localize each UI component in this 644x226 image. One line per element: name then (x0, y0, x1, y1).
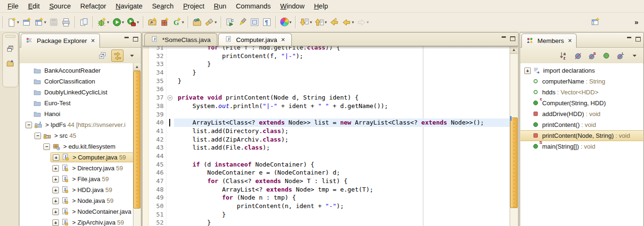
code-line-48[interactable]: ArrayList<? extends Node> tmp = e.get(T)… (174, 185, 510, 194)
open-fastview-icon[interactable] (3, 56, 18, 71)
code-line-50[interactable]: printContent(n, ident + "-"); (174, 202, 510, 210)
expand-icon[interactable]: + (52, 209, 59, 215)
scrollbar-thumb[interactable] (133, 71, 140, 209)
chevron-down-icon[interactable]: ▾ (182, 20, 184, 25)
tree-item-node-java[interactable]: + J > Node.java 59 (20, 195, 133, 206)
tree-item-nodecontainer-java[interactable]: + J > NodeContainer.java 59 (20, 206, 133, 217)
code-line-49[interactable]: for (Node n : tmp) { (174, 193, 510, 202)
close-icon[interactable]: ✕ (91, 38, 95, 44)
collapse-fold-icon[interactable] (167, 95, 173, 100)
minimize-button[interactable] (124, 37, 129, 42)
chevron-down-icon[interactable]: ▾ (289, 20, 292, 25)
tree-item-colorclassification[interactable]: ColorClassification (20, 76, 133, 87)
gwt-compile-icon[interactable]: G▾ (171, 16, 186, 28)
collapse-icon[interactable]: − (34, 133, 41, 139)
menu-run[interactable]: Run (209, 1, 231, 11)
maximize-button[interactable] (510, 36, 515, 41)
scroll-up-arrow[interactable]: ▲ (133, 63, 140, 71)
close-icon[interactable]: ✕ (568, 38, 572, 44)
tree-item-src[interactable]: − > src 45 (20, 130, 133, 141)
minimize-button[interactable] (501, 36, 506, 41)
code-line-33[interactable]: } (174, 60, 510, 68)
run-icon[interactable]: ▾ (111, 16, 126, 28)
expand-icon[interactable]: + (52, 219, 59, 226)
menu-project[interactable]: Project (178, 1, 209, 11)
checkout-project-icon[interactable] (146, 16, 158, 28)
toolbar-overflow-chevron-icon[interactable]: » (635, 18, 637, 26)
collapse-all-button[interactable] (97, 50, 108, 61)
tab-someclass-java[interactable]: J *SomeClass.java (144, 33, 217, 46)
scrollbar-thumb[interactable] (510, 117, 518, 208)
hide-fields-button[interactable] (572, 50, 584, 61)
code-line-39[interactable] (174, 110, 510, 119)
link-with-editor-button[interactable] (111, 50, 124, 62)
new-window-icon[interactable] (21, 16, 33, 28)
run-external-tools-icon[interactable]: ▾ (125, 16, 140, 28)
member-item-main-string-[interactable]: S main(String[]) : void (520, 141, 643, 152)
expand-icon[interactable]: + (52, 176, 59, 183)
member-item-adddrive-hdd-[interactable]: addDrive(HDD) : void (520, 109, 643, 119)
previous-annotation-icon[interactable]: ▾ (314, 16, 329, 28)
tree-item-bankaccountreader[interactable]: BankAccountReader (20, 65, 133, 76)
collapse-icon[interactable]: − (43, 143, 50, 150)
expand-icon[interactable]: + (524, 67, 531, 74)
tab-computer-java[interactable]: J Computer.java ✕ (218, 33, 292, 46)
print-icon[interactable] (60, 16, 72, 28)
show-public-only-button[interactable] (601, 50, 612, 61)
code-line-42[interactable]: list.add(ZipArchiv.class); (174, 135, 510, 144)
copy-resource-icon[interactable] (78, 16, 90, 28)
sort-button[interactable]: az (558, 50, 570, 61)
tree-item-directory-java[interactable]: + J > Directory.java 59 (20, 163, 133, 174)
code-line-36[interactable] (174, 85, 510, 93)
member-item-printcontent-node-string-[interactable]: printContent(Node, String) : void (520, 130, 643, 141)
tree-item-computer-java[interactable]: + J > Computer.java 59 (20, 152, 133, 163)
code-line-52[interactable]: } (174, 218, 510, 226)
member-item-computername[interactable]: computerName : String (520, 76, 643, 87)
scroll-up-arrow[interactable]: ▲ (510, 46, 518, 54)
code-line-37[interactable]: private void printContent(Node d, String… (174, 93, 510, 102)
chevron-down-icon[interactable]: ▾ (107, 20, 109, 25)
color-palette-icon[interactable]: ▾ (279, 16, 293, 28)
tree-item-doublylinkedcycliclist[interactable]: DoublyLinkedCyclicList (20, 87, 133, 98)
tab-package-explorer[interactable]: Package Explorer ✕ (21, 33, 100, 48)
hide-local-types-button[interactable]: L (615, 50, 626, 61)
show-whitespace-icon[interactable]: ¶ (261, 16, 273, 28)
toggle-mark-occurrences-icon[interactable] (236, 16, 248, 28)
code-line-40[interactable]: ArrayList<Class<? extends Node>> list = … (174, 118, 510, 127)
hide-static-members-button[interactable]: S (586, 50, 598, 61)
tree-item-ziparchiv-java[interactable]: + J > ZipArchiv.java 59 (20, 217, 133, 226)
maximize-button[interactable] (636, 37, 641, 42)
tree-item-euro-test[interactable]: Euro-Test (20, 98, 133, 109)
menu-refactor[interactable]: Refactor (75, 1, 111, 11)
menu-edit[interactable]: Edit (23, 1, 44, 11)
tree-item-edu-kit-filesystem[interactable]: − > edu.kit.filesystem (20, 141, 133, 152)
restore-view-icon[interactable] (3, 42, 18, 56)
tree-item-hanoi[interactable]: Hanoi (20, 109, 133, 119)
open-resource-icon[interactable] (191, 16, 203, 28)
search-icon[interactable]: ▾ (203, 16, 218, 28)
new-task-icon[interactable]: C (224, 16, 236, 28)
code-area[interactable]: for (File f : hdd.get(File.class)) { pri… (174, 46, 510, 226)
tree-item-file-java[interactable]: + J > File.java 59 (20, 174, 133, 184)
code-line-45[interactable]: if (d instanceof NodeContainer) { (174, 160, 510, 169)
code-line-34[interactable]: } (174, 68, 510, 77)
chevron-down-icon[interactable]: ▾ (122, 20, 124, 25)
chevron-down-icon[interactable]: ▾ (44, 20, 47, 25)
show-block-selection-icon[interactable] (248, 16, 261, 28)
code-line-38[interactable]: System.out.println("|-" + ident + " " + … (174, 102, 510, 110)
code-line-32[interactable]: printContent(f, "|-"); (174, 52, 510, 60)
chevron-down-icon[interactable]: ▾ (367, 20, 369, 25)
debug-icon[interactable]: ▾ (96, 16, 111, 28)
menu-source[interactable]: Source (44, 1, 75, 11)
tree-item-hdd-java[interactable]: + J > HDD.java 59 (20, 184, 133, 195)
menu-help[interactable]: Help (309, 1, 333, 11)
menu-navigate[interactable]: Navigate (111, 1, 147, 11)
back-icon[interactable]: ▾ (340, 16, 355, 28)
expand-icon[interactable]: + (53, 154, 59, 161)
new-class-icon[interactable] (158, 16, 171, 28)
menu-file[interactable]: File (3, 1, 23, 11)
view-menu-button[interactable] (629, 50, 640, 61)
code-line-35[interactable]: } (174, 77, 510, 85)
next-annotation-icon[interactable]: ▾ (298, 16, 314, 28)
chevron-down-icon[interactable]: ▾ (215, 20, 217, 25)
